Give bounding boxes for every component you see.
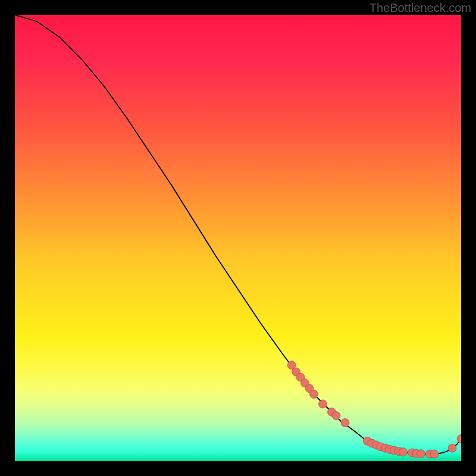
- data-dot: [332, 412, 340, 420]
- data-dot: [310, 390, 318, 399]
- data-dot: [430, 450, 439, 458]
- curve-overlay: [15, 15, 461, 461]
- data-dots: [287, 361, 461, 458]
- data-dot: [341, 419, 349, 427]
- data-dot: [457, 435, 461, 443]
- data-dot: [417, 450, 425, 458]
- chart-area: [15, 15, 461, 461]
- watermark-text: TheBottleneck.com: [369, 1, 471, 15]
- data-dot: [448, 444, 456, 452]
- data-dot: [399, 448, 408, 456]
- main-curve: [15, 15, 461, 454]
- data-dot: [319, 400, 327, 408]
